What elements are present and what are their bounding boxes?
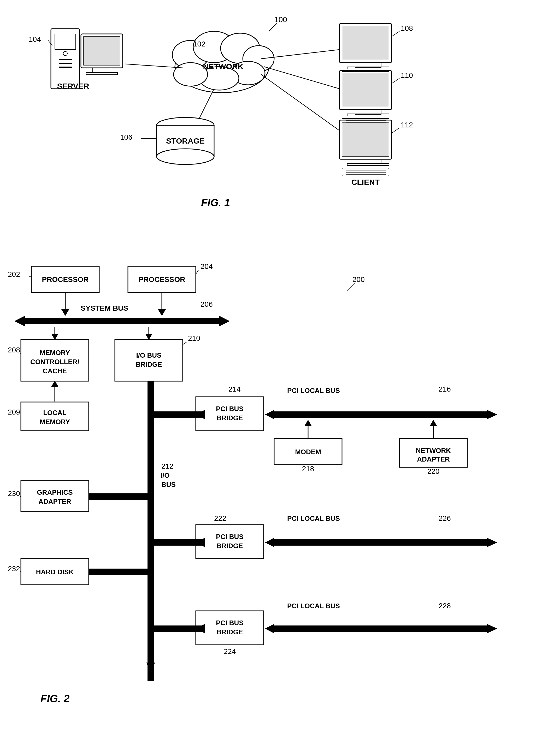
svg-rect-4 xyxy=(59,59,72,60)
graphics-label-line1: GRAPHICS xyxy=(37,488,73,496)
ref-100: 100 xyxy=(274,15,287,24)
fig2-svg: 200 PROCESSOR 202 PROCESSOR 204 SYSTEM B… xyxy=(0,251,560,734)
fig2-title: FIG. 2 xyxy=(40,693,69,704)
page: 100 SERVER 104 xyxy=(0,0,560,744)
ref-102: 102 xyxy=(193,40,206,48)
svg-line-46 xyxy=(391,78,400,83)
pcilocal3-label: PCI LOCAL BUS xyxy=(287,602,340,610)
storage-label: STORAGE xyxy=(166,137,205,145)
svg-marker-97 xyxy=(265,538,274,547)
ref-204: 204 xyxy=(200,262,213,270)
ref-202: 202 xyxy=(8,270,20,278)
harddisk-label: HARD DISK xyxy=(36,568,74,576)
ref-108: 108 xyxy=(401,24,413,32)
ref-218: 218 xyxy=(302,465,314,473)
svg-rect-96 xyxy=(196,525,264,559)
ref-216: 216 xyxy=(439,385,451,393)
graphics-label-line2: ADAPTER xyxy=(38,497,71,506)
memctrl-label-line3: CACHE xyxy=(43,367,67,375)
server-label: SERVER xyxy=(57,82,89,90)
sysbus-label: SYSTEM BUS xyxy=(81,304,128,312)
svg-line-11 xyxy=(48,40,52,46)
svg-rect-104 xyxy=(89,568,148,575)
svg-marker-79 xyxy=(51,381,59,387)
iobus-label2: BUS xyxy=(161,481,176,488)
svg-line-56 xyxy=(347,283,355,291)
ref-220: 220 xyxy=(427,467,440,475)
svg-rect-86 xyxy=(154,411,205,418)
proc1-label: PROCESSOR xyxy=(42,275,89,284)
svg-rect-95 xyxy=(89,493,148,500)
client3-label: CLIENT xyxy=(351,178,380,186)
svg-line-37 xyxy=(391,31,400,37)
svg-marker-108 xyxy=(487,624,497,633)
svg-line-0 xyxy=(269,24,277,31)
svg-marker-89 xyxy=(304,420,312,426)
ref-106: 106 xyxy=(120,133,133,141)
svg-rect-8 xyxy=(83,37,120,65)
ref-214: 214 xyxy=(228,385,241,393)
pcibus2-label-line1: PCI BUS xyxy=(216,533,243,541)
localmem-label-line1: LOCAL xyxy=(43,409,67,417)
pcilocal2-label: PCI LOCAL BUS xyxy=(287,515,340,522)
ref-224: 224 xyxy=(224,647,236,656)
svg-marker-106 xyxy=(265,624,274,633)
svg-line-71 xyxy=(183,342,187,345)
fig1-title: FIG. 1 xyxy=(201,197,230,208)
proc2-label: PROCESSOR xyxy=(139,275,185,284)
pcibus1-label-line1: PCI BUS xyxy=(216,405,243,413)
ref-212: 212 xyxy=(161,462,174,470)
svg-marker-82 xyxy=(265,410,274,419)
ref-209: 209 xyxy=(8,408,20,416)
svg-point-3 xyxy=(63,51,67,55)
ref-232: 232 xyxy=(8,565,20,573)
svg-rect-6 xyxy=(59,67,72,68)
figure-1: 100 SERVER 104 xyxy=(0,8,560,243)
svg-rect-105 xyxy=(196,611,264,645)
svg-rect-110 xyxy=(154,626,205,632)
svg-rect-62 xyxy=(25,318,221,324)
ref-226: 226 xyxy=(439,514,451,522)
ref-208: 208 xyxy=(8,346,20,354)
ref-222: 222 xyxy=(214,514,226,522)
svg-marker-61 xyxy=(14,316,25,326)
svg-marker-99 xyxy=(487,538,497,547)
iobus-label: I/O xyxy=(160,472,170,479)
svg-marker-73 xyxy=(51,334,59,340)
svg-rect-81 xyxy=(196,397,264,431)
svg-rect-39 xyxy=(342,73,389,107)
pcibus1-label-line2: BRIDGE xyxy=(216,414,243,422)
netadapter-label-line2: ADAPTER xyxy=(417,455,450,463)
svg-rect-30 xyxy=(342,26,389,60)
ref-230: 230 xyxy=(8,489,20,497)
ref-110: 110 xyxy=(401,71,413,79)
svg-line-20 xyxy=(125,64,183,68)
svg-rect-98 xyxy=(274,540,488,546)
ref-200: 200 xyxy=(352,275,365,284)
pcibus2-label-line2: BRIDGE xyxy=(216,542,243,550)
svg-line-23 xyxy=(264,67,339,89)
memctrl-label-line2: CONTROLLER/ xyxy=(30,358,79,366)
ref-228: 228 xyxy=(439,602,451,610)
ref-210: 210 xyxy=(188,334,200,342)
svg-rect-70 xyxy=(115,339,183,381)
svg-marker-63 xyxy=(219,316,230,326)
fig1-svg: 100 SERVER 104 xyxy=(0,8,560,243)
ref-104: 104 xyxy=(29,35,41,43)
ref-112: 112 xyxy=(401,121,413,129)
modem-label: MODEM xyxy=(295,448,321,456)
svg-rect-51 xyxy=(342,168,389,176)
pcibus3-label-line2: BRIDGE xyxy=(216,628,243,636)
svg-marker-92 xyxy=(430,420,437,426)
svg-marker-67 xyxy=(158,309,166,316)
figure-2: 200 PROCESSOR 202 PROCESSOR 204 SYSTEM B… xyxy=(0,251,560,734)
svg-point-19 xyxy=(174,63,208,86)
netadapter-label-line1: NETWORK xyxy=(416,447,451,454)
localmem-label-line2: MEMORY xyxy=(40,418,70,426)
pcilocal1-label: PCI LOCAL BUS xyxy=(287,386,340,395)
svg-point-27 xyxy=(157,149,214,164)
svg-marker-84 xyxy=(487,410,497,419)
svg-rect-48 xyxy=(342,123,389,157)
svg-rect-101 xyxy=(154,540,205,546)
svg-line-55 xyxy=(391,128,400,133)
